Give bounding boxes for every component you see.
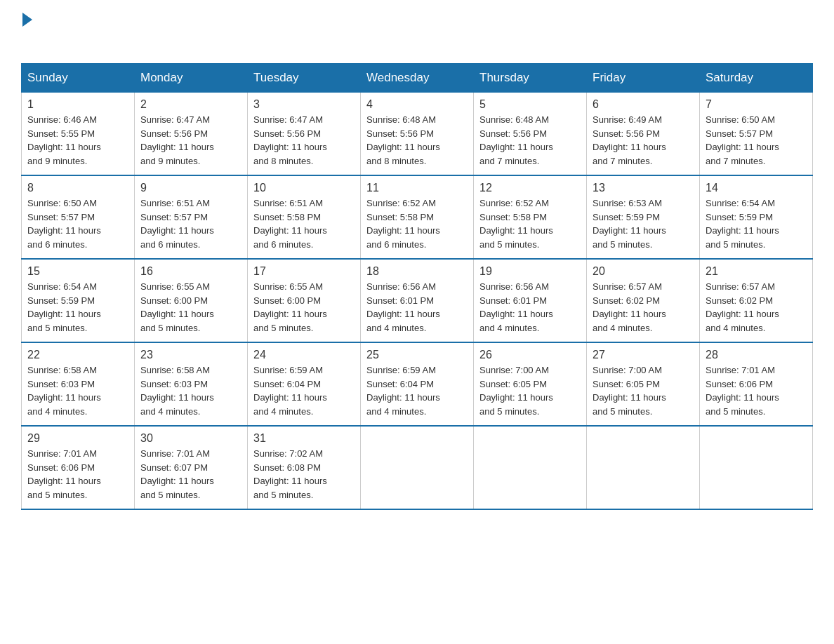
day-number: 28 [706, 349, 807, 361]
day-number: 20 [593, 265, 694, 278]
calendar-week-row: 22Sunrise: 6:58 AMSunset: 6:03 PMDayligh… [22, 342, 813, 426]
calendar-cell: 20Sunrise: 6:57 AMSunset: 6:02 PMDayligh… [587, 259, 700, 342]
day-number: 25 [366, 349, 468, 361]
day-info: Sunrise: 6:49 AMSunset: 5:56 PMDaylight:… [593, 113, 694, 168]
day-number: 29 [27, 432, 128, 445]
logo-arrow-icon [22, 13, 32, 27]
calendar-cell: 30Sunrise: 7:01 AMSunset: 6:07 PMDayligh… [135, 426, 248, 509]
day-info: Sunrise: 6:52 AMSunset: 5:58 PMDaylight:… [479, 196, 581, 251]
day-number: 10 [253, 182, 355, 194]
calendar-cell: 3Sunrise: 6:47 AMSunset: 5:56 PMDaylight… [248, 93, 361, 176]
day-number: 30 [140, 432, 241, 445]
logo-blue-text [21, 27, 22, 48]
day-info: Sunrise: 6:52 AMSunset: 5:58 PMDaylight:… [366, 196, 468, 251]
day-number: 3 [253, 98, 355, 111]
page-header [21, 14, 813, 49]
day-number: 1 [27, 98, 128, 111]
calendar-cell: 19Sunrise: 6:56 AMSunset: 6:01 PMDayligh… [474, 259, 587, 342]
day-number: 11 [366, 182, 468, 194]
calendar-cell: 9Sunrise: 6:51 AMSunset: 5:57 PMDaylight… [135, 175, 248, 259]
day-info: Sunrise: 7:00 AMSunset: 6:05 PMDaylight:… [593, 363, 694, 418]
column-header-tuesday: Tuesday [248, 64, 361, 93]
calendar-header-row: SundayMondayTuesdayWednesdayThursdayFrid… [22, 64, 813, 93]
calendar-cell: 22Sunrise: 6:58 AMSunset: 6:03 PMDayligh… [22, 342, 135, 426]
calendar-cell: 15Sunrise: 6:54 AMSunset: 5:59 PMDayligh… [22, 259, 135, 342]
calendar-cell: 25Sunrise: 6:59 AMSunset: 6:04 PMDayligh… [361, 342, 474, 426]
day-info: Sunrise: 6:48 AMSunset: 5:56 PMDaylight:… [479, 113, 581, 168]
calendar-cell: 5Sunrise: 6:48 AMSunset: 5:56 PMDaylight… [474, 93, 587, 176]
day-number: 27 [593, 349, 694, 361]
day-info: Sunrise: 6:50 AMSunset: 5:57 PMDaylight:… [706, 113, 807, 168]
calendar-cell: 24Sunrise: 6:59 AMSunset: 6:04 PMDayligh… [248, 342, 361, 426]
calendar-cell: 14Sunrise: 6:54 AMSunset: 5:59 PMDayligh… [700, 175, 813, 259]
calendar-cell: 2Sunrise: 6:47 AMSunset: 5:56 PMDaylight… [135, 93, 248, 176]
day-info: Sunrise: 7:01 AMSunset: 6:06 PMDaylight:… [27, 447, 128, 502]
day-info: Sunrise: 6:47 AMSunset: 5:56 PMDaylight:… [140, 113, 241, 168]
calendar-cell: 18Sunrise: 6:56 AMSunset: 6:01 PMDayligh… [361, 259, 474, 342]
day-info: Sunrise: 6:56 AMSunset: 6:01 PMDaylight:… [479, 280, 581, 335]
day-info: Sunrise: 6:54 AMSunset: 5:59 PMDaylight:… [27, 280, 128, 335]
day-number: 24 [253, 349, 355, 361]
day-number: 15 [27, 265, 128, 278]
day-number: 21 [706, 265, 807, 278]
calendar-cell: 31Sunrise: 7:02 AMSunset: 6:08 PMDayligh… [248, 426, 361, 509]
day-number: 22 [27, 349, 128, 361]
calendar-cell: 16Sunrise: 6:55 AMSunset: 6:00 PMDayligh… [135, 259, 248, 342]
day-info: Sunrise: 6:58 AMSunset: 6:03 PMDaylight:… [140, 363, 241, 418]
day-info: Sunrise: 6:51 AMSunset: 5:58 PMDaylight:… [253, 196, 355, 251]
day-number: 6 [593, 98, 694, 111]
day-info: Sunrise: 6:59 AMSunset: 6:04 PMDaylight:… [366, 363, 468, 418]
calendar-cell: 12Sunrise: 6:52 AMSunset: 5:58 PMDayligh… [474, 175, 587, 259]
calendar-cell: 21Sunrise: 6:57 AMSunset: 6:02 PMDayligh… [700, 259, 813, 342]
calendar-cell [474, 426, 587, 509]
column-header-monday: Monday [135, 64, 248, 93]
calendar-cell [587, 426, 700, 509]
day-info: Sunrise: 6:57 AMSunset: 6:02 PMDaylight:… [706, 280, 807, 335]
calendar-table: SundayMondayTuesdayWednesdayThursdayFrid… [21, 63, 813, 510]
column-header-wednesday: Wednesday [361, 64, 474, 93]
day-number: 18 [366, 265, 468, 278]
day-info: Sunrise: 6:51 AMSunset: 5:57 PMDaylight:… [140, 196, 241, 251]
column-header-friday: Friday [587, 64, 700, 93]
calendar-cell: 1Sunrise: 6:46 AMSunset: 5:55 PMDaylight… [22, 93, 135, 176]
day-info: Sunrise: 6:59 AMSunset: 6:04 PMDaylight:… [253, 363, 355, 418]
logo [21, 14, 32, 49]
column-header-thursday: Thursday [474, 64, 587, 93]
calendar-week-row: 1Sunrise: 6:46 AMSunset: 5:55 PMDaylight… [22, 93, 813, 176]
calendar-cell: 23Sunrise: 6:58 AMSunset: 6:03 PMDayligh… [135, 342, 248, 426]
calendar-cell: 8Sunrise: 6:50 AMSunset: 5:57 PMDaylight… [22, 175, 135, 259]
column-header-saturday: Saturday [700, 64, 813, 93]
day-info: Sunrise: 7:01 AMSunset: 6:06 PMDaylight:… [706, 363, 807, 418]
calendar-week-row: 29Sunrise: 7:01 AMSunset: 6:06 PMDayligh… [22, 426, 813, 509]
calendar-week-row: 15Sunrise: 6:54 AMSunset: 5:59 PMDayligh… [22, 259, 813, 342]
day-number: 12 [479, 182, 581, 194]
day-info: Sunrise: 6:55 AMSunset: 6:00 PMDaylight:… [253, 280, 355, 335]
column-header-sunday: Sunday [22, 64, 135, 93]
day-info: Sunrise: 6:53 AMSunset: 5:59 PMDaylight:… [593, 196, 694, 251]
day-info: Sunrise: 6:58 AMSunset: 6:03 PMDaylight:… [27, 363, 128, 418]
day-number: 31 [253, 432, 355, 445]
calendar-cell: 29Sunrise: 7:01 AMSunset: 6:06 PMDayligh… [22, 426, 135, 509]
calendar-cell: 11Sunrise: 6:52 AMSunset: 5:58 PMDayligh… [361, 175, 474, 259]
day-number: 7 [706, 98, 807, 111]
day-info: Sunrise: 6:55 AMSunset: 6:00 PMDaylight:… [140, 280, 241, 335]
day-info: Sunrise: 7:00 AMSunset: 6:05 PMDaylight:… [479, 363, 581, 418]
calendar-cell: 7Sunrise: 6:50 AMSunset: 5:57 PMDaylight… [700, 93, 813, 176]
calendar-cell: 13Sunrise: 6:53 AMSunset: 5:59 PMDayligh… [587, 175, 700, 259]
day-number: 4 [366, 98, 468, 111]
calendar-cell [361, 426, 474, 509]
calendar-cell: 28Sunrise: 7:01 AMSunset: 6:06 PMDayligh… [700, 342, 813, 426]
calendar-cell: 27Sunrise: 7:00 AMSunset: 6:05 PMDayligh… [587, 342, 700, 426]
day-info: Sunrise: 6:48 AMSunset: 5:56 PMDaylight:… [366, 113, 468, 168]
day-number: 23 [140, 349, 241, 361]
calendar-week-row: 8Sunrise: 6:50 AMSunset: 5:57 PMDaylight… [22, 175, 813, 259]
day-number: 16 [140, 265, 241, 278]
day-number: 2 [140, 98, 241, 111]
day-info: Sunrise: 6:50 AMSunset: 5:57 PMDaylight:… [27, 196, 128, 251]
day-info: Sunrise: 6:54 AMSunset: 5:59 PMDaylight:… [706, 196, 807, 251]
day-number: 13 [593, 182, 694, 194]
day-number: 14 [706, 182, 807, 194]
day-info: Sunrise: 7:02 AMSunset: 6:08 PMDaylight:… [253, 447, 355, 502]
day-number: 26 [479, 349, 581, 361]
day-number: 9 [140, 182, 241, 194]
